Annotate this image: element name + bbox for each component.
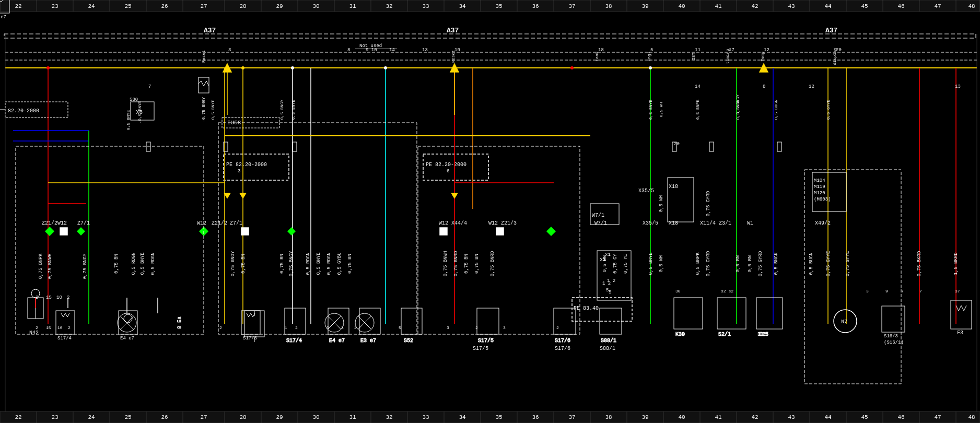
- svg-text:24: 24: [88, 414, 95, 420]
- svg-text:S2/1: S2/1: [718, 332, 731, 337]
- svg-text:-0,75 BNGY: -0,75 BNGY: [201, 97, 206, 122]
- svg-text:s2 s2: s2 s2: [721, 289, 733, 293]
- svg-text:0,5 RDGN: 0,5 RDGN: [306, 252, 311, 275]
- svg-text:W12 X44/4: W12 X44/4: [439, 220, 467, 226]
- svg-rect-207: [60, 228, 67, 235]
- svg-text:X18: X18: [669, 184, 678, 190]
- svg-text:31: 31: [349, 3, 356, 9]
- svg-text:44: 44: [824, 3, 832, 9]
- svg-text:41: 41: [715, 414, 722, 420]
- svg-text:M104: M104: [814, 178, 825, 183]
- svg-text:0,75 BN: 0,75 BN: [279, 254, 285, 274]
- svg-text:5: 5: [606, 288, 609, 293]
- svg-text:W7/1: W7/1: [594, 220, 607, 226]
- svg-text:S16/3: S16/3: [884, 334, 898, 339]
- svg-text:0,75 GY: 0,75 GY: [613, 254, 618, 274]
- svg-text:42: 42: [751, 414, 758, 420]
- svg-text:14: 14: [695, 84, 701, 89]
- svg-text:0,5 BUGN: 0,5 BUGN: [774, 100, 778, 120]
- svg-text:36: 36: [532, 414, 539, 420]
- svg-text:E3 e7: E3 e7: [0, 15, 6, 20]
- svg-text:34: 34: [459, 414, 466, 420]
- svg-text:47: 47: [934, 3, 941, 9]
- svg-text:PE 82.20-2000: PE 82.20-2000: [426, 162, 466, 168]
- svg-text:Temp: Temp: [760, 51, 765, 61]
- svg-text:Reset: Reset: [201, 50, 206, 63]
- svg-text:5: 5: [399, 325, 401, 330]
- svg-text:2: 2: [219, 325, 222, 330]
- svg-text:14: 14: [389, 48, 395, 53]
- svg-text:8: 8: [347, 48, 350, 53]
- svg-text:40: 40: [678, 414, 685, 420]
- svg-text:(S16/1): (S16/1): [884, 340, 904, 345]
- svg-text:27: 27: [200, 414, 207, 420]
- svg-text:0,75 BN: 0,75 BN: [241, 254, 246, 274]
- svg-text:0,5 BNYE: 0,5 BNYE: [316, 252, 321, 275]
- svg-text:25: 25: [124, 414, 131, 420]
- svg-text:0,75 GYRD: 0,75 GYRD: [706, 191, 711, 217]
- svg-text:35: 35: [495, 414, 502, 420]
- svg-text:0,5 BN: 0,5 BN: [748, 255, 753, 272]
- svg-text:0,75 YE: 0,75 YE: [623, 254, 628, 274]
- svg-text:15: 15: [46, 295, 52, 300]
- svg-text:X35/5: X35/5: [643, 220, 658, 226]
- svg-text:0,5 RDGN: 0,5 RDGN: [150, 252, 156, 275]
- svg-text:0,5 BNYE: 0,5 BNYE: [211, 100, 215, 120]
- svg-text:0,5 WH: 0,5 WH: [659, 255, 664, 272]
- svg-text:45: 45: [861, 414, 868, 420]
- svg-text:IST: IST: [691, 53, 696, 61]
- svg-text:47: 47: [934, 414, 941, 420]
- svg-text:7: 7: [901, 289, 904, 293]
- svg-text:15: 15: [46, 325, 51, 330]
- svg-text:29: 29: [276, 3, 283, 9]
- svg-text:35: 35: [495, 3, 502, 9]
- svg-text:E4 e7: E4 e7: [329, 338, 345, 344]
- svg-text:0,75 BNGY: 0,75 BNGY: [83, 253, 88, 279]
- svg-text:44: 44: [824, 414, 832, 420]
- svg-text:32: 32: [386, 3, 392, 9]
- svg-text:29: 29: [276, 414, 283, 420]
- svg-text:S17/6: S17/6: [555, 346, 570, 351]
- svg-text:W12: W12: [197, 220, 206, 226]
- svg-text:2: 2: [36, 295, 38, 300]
- svg-text:3: 3: [866, 289, 869, 293]
- svg-text:3: 3: [228, 48, 231, 53]
- svg-text:39: 39: [641, 414, 648, 420]
- svg-text:0,75 BKRD: 0,75 BKRD: [917, 251, 922, 277]
- svg-text:1  2: 1 2: [602, 281, 611, 286]
- svg-text:0,5 GYYE: 0,5 GYYE: [826, 100, 831, 120]
- svg-text:0,5 BNYE: 0,5 BNYE: [648, 252, 654, 275]
- svg-text:0,75 BN: 0,75 BN: [114, 254, 119, 274]
- svg-point-319: [570, 66, 574, 69]
- svg-point-321: [384, 66, 387, 69]
- svg-text:M120: M120: [814, 191, 825, 196]
- svg-text:48: 48: [968, 414, 975, 420]
- svg-text:0,75 BN: 0,75 BN: [474, 254, 480, 274]
- svg-text:S17/6: S17/6: [555, 338, 570, 344]
- svg-text:3: 3: [447, 325, 449, 330]
- svg-text:22: 22: [15, 3, 21, 9]
- svg-text:Reset: Reset: [451, 50, 456, 63]
- svg-text:PE 82.20-2000: PE 82.20-2000: [226, 162, 267, 168]
- svg-text:N42: N42: [29, 330, 39, 336]
- svg-text:M119: M119: [814, 184, 825, 190]
- svg-text:10: 10: [57, 325, 63, 330]
- svg-text:37: 37: [568, 3, 575, 9]
- svg-text:43: 43: [788, 3, 795, 9]
- svg-text:0,75 BNWH: 0,75 BNWH: [48, 254, 53, 279]
- svg-text:-0,5 BNYE: -0,5 BNYE: [137, 101, 142, 123]
- schematic-canvas: 22 23 24 25 26 27 28 29 30 31 32 33 34: [0, 0, 980, 423]
- svg-text:Z21/2: Z21/2: [212, 220, 227, 226]
- svg-text:N7: N7: [841, 319, 847, 325]
- svg-text:X18: X18: [669, 220, 678, 226]
- svg-text:82.20-2000: 82.20-2000: [8, 108, 39, 114]
- svg-text:22: 22: [15, 414, 21, 420]
- svg-text:3: 3: [326, 325, 329, 330]
- svg-text:0,75 BN: 0,75 BN: [464, 254, 469, 274]
- svg-text:E4 e7: E4 e7: [120, 336, 134, 341]
- svg-text:43: 43: [788, 414, 795, 420]
- svg-text:25: 25: [124, 3, 131, 9]
- svg-text:0,5 GYBU: 0,5 GYBU: [337, 252, 342, 275]
- svg-text:3: 3: [341, 325, 344, 330]
- svg-text:10: 10: [56, 295, 62, 300]
